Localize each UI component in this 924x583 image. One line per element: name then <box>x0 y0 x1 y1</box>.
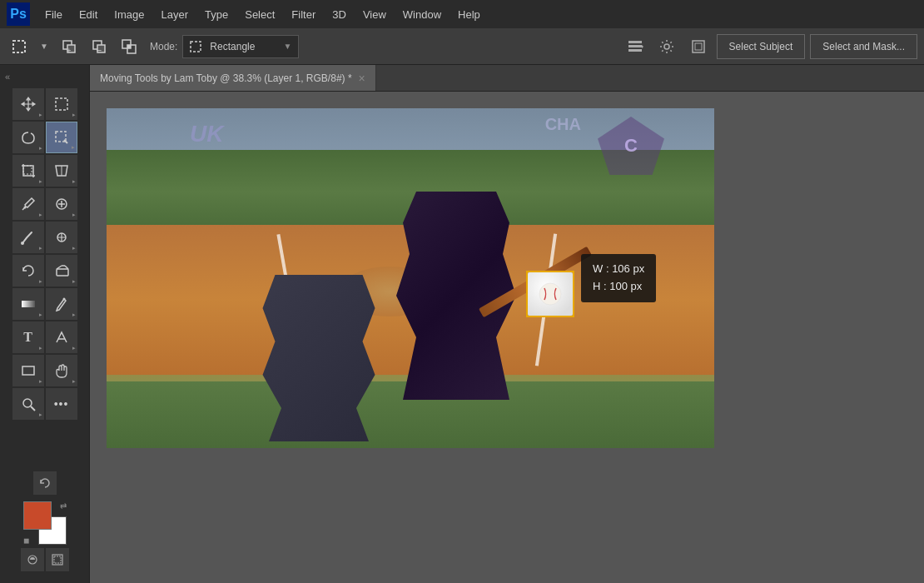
menu-file[interactable]: File <box>38 5 69 24</box>
canvas-area: Moving Tools by Lam Toby @ 38.3% (Layer … <box>90 65 924 583</box>
tab-bar: Moving Tools by Lam Toby @ 38.3% (Layer … <box>90 65 924 92</box>
svg-rect-12 <box>628 45 642 47</box>
menu-select[interactable]: Select <box>238 5 281 24</box>
tool-add-btn[interactable]: + <box>57 34 82 59</box>
object-select-tool-btn[interactable]: ▸ <box>46 122 77 153</box>
svg-rect-33 <box>22 301 35 307</box>
svg-point-23 <box>23 207 26 209</box>
layers-panel-btn[interactable] <box>622 33 648 60</box>
svg-point-34 <box>62 298 65 301</box>
eyedropper-tool-btn[interactable]: ▸ <box>12 188 44 220</box>
tool-row-2: ▸ ▸ <box>12 122 77 153</box>
tool-row-4: ▸ ▸ <box>12 188 77 220</box>
reset-colors-btn[interactable]: ◼ <box>23 536 29 545</box>
tool-options-arrow[interactable]: ▼ <box>37 34 52 59</box>
eraser-tool-btn[interactable]: ▸ <box>46 255 77 287</box>
svg-point-27 <box>21 242 24 245</box>
tab-close-btn[interactable]: × <box>359 72 365 85</box>
zoom-tool-btn[interactable]: ▸ <box>12 388 44 420</box>
svg-rect-29 <box>57 269 68 276</box>
tool-row-9: ▸ ▸ <box>12 355 77 386</box>
sidebar-mode-icons <box>21 548 69 571</box>
sidebar-bottom: ⇄ ◼ <box>21 471 69 578</box>
svg-text:−: − <box>97 45 102 54</box>
svg-rect-17 <box>695 43 702 50</box>
tool-row-7: ▸ ▸ <box>12 288 77 320</box>
mode-dropdown-arrow: ▼ <box>283 42 291 51</box>
svg-marker-14 <box>642 45 643 48</box>
tool-row-10: ▸ ••• <box>12 388 77 420</box>
quick-mask-btn[interactable] <box>21 548 44 571</box>
ps-logo: Ps <box>7 2 30 26</box>
menu-image[interactable]: Image <box>107 5 151 24</box>
svg-rect-18 <box>56 98 67 110</box>
tool-intersect-btn[interactable] <box>117 34 142 59</box>
menu-layer[interactable]: Layer <box>155 5 196 24</box>
svg-rect-36 <box>22 366 34 375</box>
mode-select[interactable]: Rectangle ▼ <box>182 35 299 58</box>
color-swatches: ⇄ ◼ <box>23 501 67 545</box>
menu-filter[interactable]: Filter <box>285 5 322 24</box>
tool-rect-marquee-btn[interactable] <box>7 34 32 59</box>
pen-tool-btn[interactable]: ▸ <box>46 288 77 320</box>
stadium-text-2: CHA <box>545 115 581 134</box>
select-subject-btn[interactable]: Select Subject <box>717 34 806 59</box>
canvas-image: W : 106 px H : 100 px C UK CHA <box>107 108 714 448</box>
sidebar: « ▸ ▸ ▸ ▸ <box>0 65 90 583</box>
svg-rect-13 <box>628 41 642 43</box>
main-area: « ▸ ▸ ▸ ▸ <box>0 65 924 583</box>
svg-rect-9 <box>127 45 131 48</box>
menu-edit[interactable]: Edit <box>72 5 104 24</box>
tool-row-3: ▸ ▸ <box>12 155 77 187</box>
tool-row-1: ▸ ▸ <box>12 88 77 120</box>
svg-rect-16 <box>693 41 704 52</box>
foreground-color-swatch[interactable] <box>23 501 52 530</box>
dimension-tooltip: W : 106 px H : 100 px <box>581 254 656 302</box>
text-tool-btn[interactable]: T ▸ <box>12 321 44 353</box>
settings-btn[interactable] <box>653 33 680 60</box>
brush-tool-btn[interactable]: ▸ <box>12 222 44 253</box>
svg-rect-41 <box>54 556 61 563</box>
marquee-tool-btn[interactable]: ▸ <box>46 88 77 120</box>
crop-tool-btn[interactable]: ▸ <box>12 155 44 187</box>
move-tool-btn[interactable]: ▸ <box>12 88 44 120</box>
perspective-crop-btn[interactable]: ▸ <box>46 155 77 187</box>
svg-line-38 <box>31 406 35 411</box>
canvas-container[interactable]: W : 106 px H : 100 px C UK CHA <box>90 92 924 583</box>
svg-rect-11 <box>628 49 642 52</box>
width-value: 106 px <box>612 262 644 275</box>
menu-3d[interactable]: 3D <box>325 5 353 24</box>
hand-tool-btn[interactable]: ▸ <box>46 355 77 386</box>
svg-point-15 <box>664 44 669 49</box>
clone-stamp-btn[interactable]: ▸ <box>46 222 77 253</box>
shape-tool-btn[interactable]: ▸ <box>12 355 44 386</box>
menu-type[interactable]: Type <box>198 5 235 24</box>
screen-mode-btn[interactable] <box>46 548 69 571</box>
width-label: W : <box>593 262 609 275</box>
menu-help[interactable]: Help <box>451 5 487 24</box>
more-tools-btn[interactable]: ••• <box>46 388 77 420</box>
sidebar-collapse-btn[interactable]: « <box>0 70 89 83</box>
tool-row-6: ▸ ▸ <box>12 255 77 287</box>
lasso-tool-btn[interactable]: ▸ <box>12 122 44 153</box>
menu-window[interactable]: Window <box>396 5 448 24</box>
artboard-btn[interactable] <box>685 33 712 60</box>
tool-row-8: T ▸ ▸ <box>12 321 77 353</box>
swap-colors-btn[interactable]: ⇄ <box>60 501 67 511</box>
menu-view[interactable]: View <box>356 5 393 24</box>
undo-btn[interactable] <box>33 471 57 495</box>
healing-tool-btn[interactable]: ▸ <box>46 188 77 220</box>
mode-value: Rectangle <box>210 41 255 52</box>
path-selection-btn[interactable]: ▸ <box>46 321 77 353</box>
options-bar: ▼ + − Mode: Rectangle ▼ Select Subject S… <box>0 28 924 65</box>
document-tab-title: Moving Tools by Lam Toby @ 38.3% (Layer … <box>100 72 352 84</box>
gradient-tool-btn[interactable]: ▸ <box>12 288 44 320</box>
select-mask-btn[interactable]: Select and Mask... <box>810 34 917 59</box>
history-brush-btn[interactable]: ▸ <box>12 255 44 287</box>
svg-point-42 <box>539 283 561 305</box>
mode-label: Mode: <box>150 41 177 52</box>
document-tab[interactable]: Moving Tools by Lam Toby @ 38.3% (Layer … <box>90 65 376 91</box>
menubar: Ps File Edit Image Layer Type Select Fil… <box>0 0 924 28</box>
svg-rect-0 <box>13 41 25 52</box>
tool-subtract-btn[interactable]: − <box>87 34 112 59</box>
